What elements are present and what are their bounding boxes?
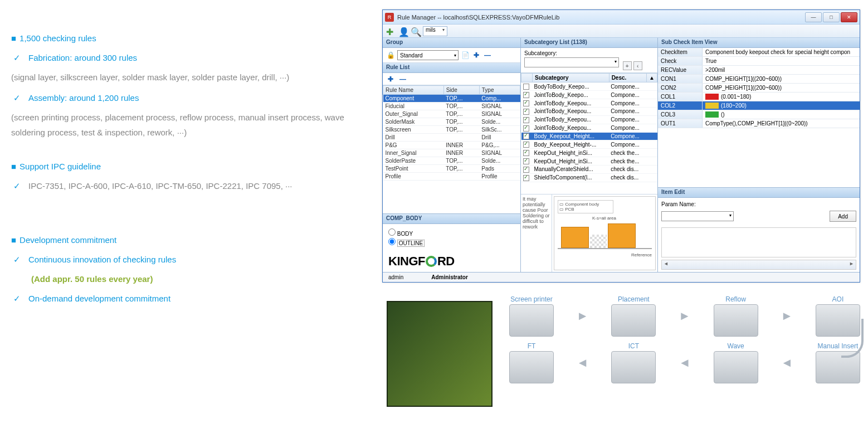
kv-row[interactable]: COL1(0.001~180) — [658, 93, 860, 101]
subcat-select[interactable] — [524, 57, 619, 67]
potential-text: It may potentially cause Poor Soldering … — [521, 194, 552, 272]
table-row[interactable]: ManuallyCerateShield...check dis... — [521, 165, 657, 173]
arrow-icon: ◄ — [781, 356, 793, 370]
add-icon[interactable]: ✚ — [386, 27, 395, 36]
compbody-header: COMP_BODY — [383, 214, 520, 224]
table-row[interactable]: Inner_SignalINNERSIGNAL — [383, 149, 520, 157]
status-bar: admin Administrator — [383, 272, 860, 282]
subcat-header: Subcategory List (1138) — [521, 38, 657, 48]
subcat-table[interactable]: Subcategory Desc. ▲ BodyToBody_Keepo...C… — [521, 73, 657, 194]
kv-row[interactable]: CheckTrue — [658, 57, 860, 66]
table-row[interactable]: P&GINNERP&G,... — [383, 142, 520, 149]
marketing-text: ■1,500 checking rules ✓Fabrication: arou… — [11, 31, 368, 310]
kv-row[interactable]: COL2(180~200) — [658, 101, 860, 110]
rule-table[interactable]: Rule Name Side Type ComponentTOP,...Comp… — [383, 85, 520, 213]
group-header: Group — [383, 38, 520, 48]
remove-rule-button[interactable]: — — [398, 75, 407, 83]
window-title: Rule Manager -- localhost\SQLEXPRESS:Vay… — [397, 14, 559, 21]
table-row[interactable]: DrillDrill — [383, 134, 520, 142]
param-name-select[interactable] — [661, 211, 734, 221]
flow-curved-arrow — [841, 319, 864, 358]
table-row[interactable]: JointToBody_Keepou...Compone... — [521, 99, 657, 108]
search-icon[interactable]: 🔍 — [411, 27, 420, 36]
unit-select[interactable]: mils — [423, 26, 447, 36]
table-row[interactable]: KeepOut_Height_inSi...check the... — [521, 157, 657, 166]
table-row[interactable]: JointToBody_Keepou...Compone... — [521, 107, 657, 115]
param-name-label: Param Name: — [661, 201, 696, 207]
table-row[interactable]: Outer_SignalTOP,...SIGNAL — [383, 110, 520, 118]
user-icon[interactable]: 👤 — [398, 27, 407, 36]
group-select[interactable]: Standard — [397, 50, 459, 60]
diagram-preview: ▭ Component body ▭ PCB K-s=all area Refe… — [554, 196, 656, 270]
kv-row[interactable]: CON2COMP_HEIGHT[1]((200~600)) — [658, 84, 860, 93]
table-row[interactable]: KeepOut_Height_inSi...check the... — [521, 149, 657, 157]
arrow-icon: ► — [781, 309, 793, 323]
add-param-button[interactable]: Add — [830, 211, 856, 222]
table-row[interactable]: Body_Keepout_Height-...Compone... — [521, 140, 657, 149]
flow-stage: Placement — [611, 295, 656, 337]
subcat-add-button[interactable]: + — [623, 61, 632, 70]
flow-stage: Screen printer — [509, 295, 554, 337]
flow-stage: Reflow — [714, 295, 758, 337]
horizontal-scrollbar[interactable] — [661, 260, 856, 270]
maximize-button[interactable]: □ — [823, 12, 840, 22]
table-row[interactable]: SolderPasteTOP,...Solde... — [383, 157, 520, 165]
app-icon: R — [385, 13, 394, 22]
process-images: Screen printer►Placement►Reflow►AOI FT◄I… — [387, 295, 860, 418]
check-kv-table[interactable]: CheckItemComponent body keepout check fo… — [658, 48, 860, 128]
flow-stage: ICT — [611, 342, 656, 383]
minimize-button[interactable]: — — [805, 12, 822, 22]
table-row[interactable]: JointToBody_Keepo...Compone... — [521, 91, 657, 99]
kv-row[interactable]: COL3() — [658, 110, 860, 119]
lock-icon: 🔒 — [386, 51, 395, 59]
table-row[interactable]: Body_Keepout_Height...Compone... — [521, 132, 657, 140]
check-header: Sub Check Item View — [658, 38, 860, 48]
table-row[interactable]: ShieldToComponent(l...check dis... — [521, 173, 657, 182]
close-button[interactable]: ✕ — [841, 12, 857, 22]
remove-group-button[interactable]: — — [483, 51, 492, 59]
radio-body[interactable]: BODY — [388, 228, 515, 237]
table-row[interactable]: SolderMaskTOP,...Solde... — [383, 118, 520, 126]
kv-row[interactable]: CON1COMP_HEIGHT[1]((200~600)) — [658, 75, 860, 84]
rulelist-header: Rule List — [383, 63, 520, 73]
table-row[interactable]: JointToBody_Keepou...Compone... — [521, 124, 657, 132]
kv-row[interactable]: OUT1CompType(),COMP_HEIGHT[1]((0~200)) — [658, 119, 860, 128]
add-rule-button[interactable]: ✚ — [386, 75, 395, 83]
arrow-icon: ► — [577, 309, 589, 323]
titlebar[interactable]: R Rule Manager -- localhost\SQLEXPRESS:V… — [383, 10, 860, 25]
table-row[interactable]: FiducialTOP,...SIGNAL — [383, 103, 520, 110]
table-row[interactable]: SilkscreenTOP,...SilkSc... — [383, 126, 520, 134]
table-row[interactable]: ComponentTOP,...Comp... — [383, 95, 520, 103]
table-row[interactable]: BodyToBody_Keepo...Compone... — [521, 82, 657, 91]
flow-stage: FT — [509, 342, 554, 383]
rule-manager-window: R Rule Manager -- localhost\SQLEXPRESS:V… — [382, 9, 860, 283]
kv-row[interactable]: RECValue>200mil — [658, 66, 860, 75]
main-toolbar: ✚ 👤 🔍 mils — [383, 25, 860, 38]
radio-outline[interactable]: OUTLINE — [388, 238, 515, 246]
table-row[interactable]: TestPointTOP,...Pads — [383, 165, 520, 173]
subcat-label: Subcategory: — [524, 50, 654, 56]
copy-icon[interactable]: 📄 — [461, 51, 470, 59]
flow-stage: Wave — [714, 342, 758, 383]
item-edit-header: Item Edit — [658, 188, 860, 198]
table-row[interactable]: ProfileProfile — [383, 173, 520, 181]
arrow-icon: ► — [679, 309, 691, 323]
arrow-icon: ◄ — [577, 356, 589, 370]
pcb-3d-image — [387, 301, 492, 407]
status-user: admin — [388, 274, 403, 280]
status-role: Administrator — [431, 274, 468, 280]
param-list-box[interactable] — [661, 227, 856, 257]
table-row[interactable]: JointToBody_Keepou...Compone... — [521, 115, 657, 124]
add-group-button[interactable]: ✚ — [472, 51, 481, 59]
kingford-logo: KINGFRD — [383, 251, 520, 272]
kv-row[interactable]: CheckItemComponent body keepout check fo… — [658, 48, 860, 57]
arrow-icon: ◄ — [679, 356, 691, 370]
subcat-more-button[interactable]: ‹ — [633, 61, 642, 70]
